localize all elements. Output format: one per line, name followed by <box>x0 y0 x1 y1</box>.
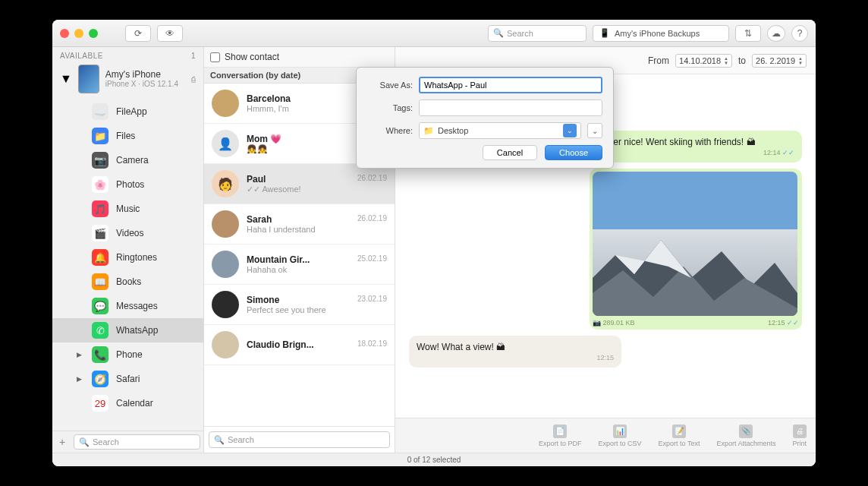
disclosure-icon[interactable]: ▼ <box>60 72 72 86</box>
conversation-item[interactable]: 🧑Paul26.02.19✓✓ Awesome! <box>204 164 395 204</box>
device-selector[interactable]: 📱 Amy's iPhone Backups <box>593 25 729 42</box>
export-button[interactable]: 📎Export Attachments <box>716 424 775 447</box>
sidebar-item-photos[interactable]: 🌸Photos <box>52 172 203 197</box>
sidebar-item-music[interactable]: 🎵Music <box>52 197 203 221</box>
toolbar-search-placeholder: Search <box>507 29 533 38</box>
transfer-button[interactable]: ⇅ <box>735 25 761 42</box>
save-dialog: Save As: Tags: Where: 📁 Desktop ⌄ ⌄ Canc… <box>356 67 614 169</box>
stepper-icon[interactable]: ▲▼ <box>798 56 803 65</box>
sidebar-search[interactable]: 🔍 Search <box>74 434 200 450</box>
where-select[interactable]: 📁 Desktop ⌄ <box>419 122 581 139</box>
show-contact-label: Show contact <box>225 52 279 62</box>
stepper-icon[interactable]: ▲▼ <box>724 56 728 65</box>
from-date-field[interactable]: 14.10.2018 ▲▼ <box>675 54 732 68</box>
sidebar-item-whatsapp[interactable]: ✆WhatsApp <box>52 318 203 342</box>
avatar <box>212 331 239 358</box>
export-button[interactable]: 📊Export to CSV <box>599 424 642 447</box>
export-button[interactable]: 🖨Print <box>792 424 807 447</box>
conv-date: 26.02.19 <box>357 174 387 185</box>
show-contact-checkbox[interactable] <box>210 52 220 62</box>
message-text: Super nice! Went skiing with friends! 🏔 <box>597 137 756 147</box>
conv-search-wrap: 🔍 Search <box>204 426 395 453</box>
sidebar-item-phone[interactable]: ▶📞Phone <box>52 342 203 367</box>
sidebar-item-label: Books <box>116 276 141 287</box>
sidebar-item-books[interactable]: 📖Books <box>52 270 203 294</box>
avatar: 🧑 <box>212 170 239 197</box>
avatar <box>212 251 239 278</box>
export-button[interactable]: 📝Export to Text <box>659 424 700 447</box>
conv-preview: Perfect see you there <box>247 305 387 314</box>
status-bar: 0 of 12 selected <box>52 453 816 466</box>
conv-search[interactable]: 🔍 Search <box>209 431 390 448</box>
app-icon: 💬 <box>92 298 108 314</box>
conv-name: Simone <box>247 295 279 305</box>
minimize-window[interactable] <box>74 29 83 38</box>
camera-icon: 📷 <box>593 319 601 327</box>
export-label: Export Attachments <box>716 440 775 447</box>
chevron-right-icon: ▶ <box>77 375 84 383</box>
conversation-item[interactable]: Mountain Gir...25.02.19Hahaha ok <box>204 245 395 285</box>
sidebar-footer: + 🔍 Search <box>52 431 203 453</box>
conv-date: 26.02.19 <box>357 214 387 225</box>
message-image-outgoing[interactable]: 📷 289.01 KB 12:15 ✓✓ <box>590 169 802 330</box>
sidebar-item-label: Safari <box>116 374 140 384</box>
device-name: Amy's iPhone <box>105 69 178 80</box>
preview-button[interactable]: 👁 <box>157 25 183 42</box>
close-window[interactable] <box>60 29 69 38</box>
avatar: 👤 <box>212 130 239 157</box>
conv-name: Claudio Brign... <box>247 339 314 350</box>
message-time: 12:14 <box>763 149 781 156</box>
avatar <box>212 90 239 117</box>
toolbar-search[interactable]: 🔍 Search <box>488 25 587 42</box>
sidebar-item-ringtones[interactable]: 🔔Ringtones <box>52 245 203 270</box>
save-as-input[interactable] <box>419 77 602 93</box>
tags-input[interactable] <box>419 99 602 116</box>
cancel-button[interactable]: Cancel <box>483 145 537 160</box>
app-window: ⟳ 👁 🔍 Search 📱 Amy's iPhone Backups ⇅ ☁ … <box>52 20 816 466</box>
device-row[interactable]: ▼ Amy's iPhone iPhone X · iOS 12.1.4 ⎙ <box>52 62 203 99</box>
sidebar-item-messages[interactable]: 💬Messages <box>52 294 203 318</box>
sidebar: AVAILABLE 1 ▼ Amy's iPhone iPhone X · iO… <box>52 47 204 453</box>
phone-icon: 📱 <box>599 28 610 38</box>
choose-button[interactable]: Choose <box>545 145 602 160</box>
read-icon: ✓✓ <box>787 319 799 327</box>
refresh-button[interactable]: ⟳ <box>125 25 151 42</box>
sidebar-item-files[interactable]: 📁Files <box>52 124 203 148</box>
sidebar-item-fileapp[interactable]: ☁️FileApp <box>52 99 203 124</box>
chevron-right-icon: ▶ <box>77 351 84 358</box>
sidebar-item-safari[interactable]: ▶🧭Safari <box>52 367 203 391</box>
export-label: Export to PDF <box>539 440 582 447</box>
conversation-item[interactable]: Simone23.02.19Perfect see you there <box>204 285 395 325</box>
titlebar: ⟳ 👁 🔍 Search 📱 Amy's iPhone Backups ⇅ ☁ … <box>52 20 816 47</box>
avatar <box>212 210 239 238</box>
mountain-icon <box>593 225 797 316</box>
search-icon: 🔍 <box>493 28 504 38</box>
sidebar-item-label: Music <box>116 204 140 214</box>
message-outgoing[interactable]: Super nice! Went skiing with friends! 🏔 … <box>590 131 802 163</box>
message-incoming[interactable]: Wow! What a view! 🏔 12:15 <box>409 336 621 368</box>
sidebar-item-label: Photos <box>116 179 144 190</box>
conv-search-placeholder: Search <box>228 435 254 444</box>
add-button[interactable]: + <box>55 436 69 448</box>
disclosure-button[interactable]: ⌄ <box>587 123 602 138</box>
to-date-field[interactable]: 26. 2.2019 ▲▼ <box>752 54 807 68</box>
dropdown-icon[interactable]: ⌄ <box>563 124 577 137</box>
chat-image[interactable] <box>593 172 797 316</box>
sidebar-item-calendar[interactable]: 29Calendar <box>52 391 203 415</box>
sidebar-item-videos[interactable]: 🎬Videos <box>52 221 203 245</box>
sidebar-list: ☁️FileApp📁Files📷Camera🌸Photos🎵Music🎬Vide… <box>52 99 203 431</box>
export-button[interactable]: 📄Export to PDF <box>539 424 582 447</box>
conversation-item[interactable]: Claudio Brign...18.02.19 <box>204 325 395 365</box>
help-button[interactable]: ? <box>791 25 808 42</box>
app-icon: 🔔 <box>92 249 108 266</box>
sidebar-header-label: AVAILABLE <box>60 52 103 60</box>
export-label: Export to CSV <box>599 440 642 447</box>
maximize-window[interactable] <box>89 29 98 38</box>
device-icon <box>78 65 99 93</box>
conversation-item[interactable]: Sarah26.02.19Haha I understand <box>204 204 395 245</box>
sidebar-item-camera[interactable]: 📷Camera <box>52 148 203 172</box>
conv-preview: Hahaha ok <box>247 265 387 274</box>
tags-label: Tags: <box>367 103 413 112</box>
conv-preview: Haha I understand <box>247 225 387 234</box>
account-button[interactable]: ☁ <box>767 25 785 42</box>
